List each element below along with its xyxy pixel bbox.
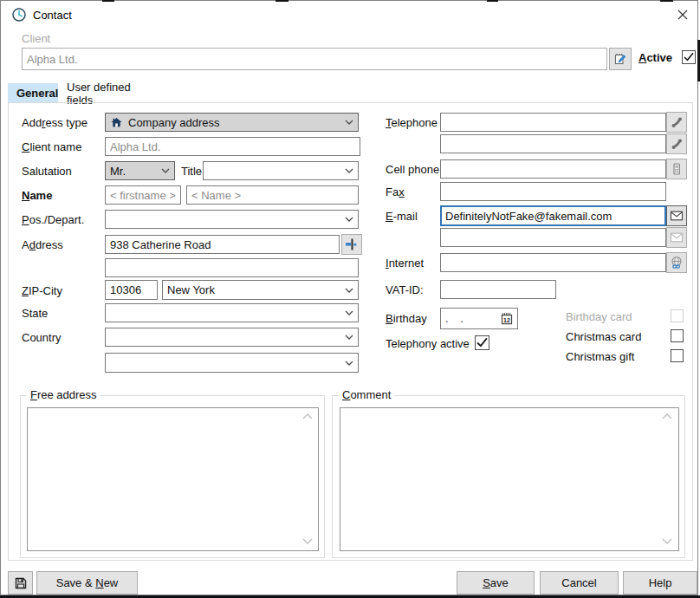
client-name-label: Client name: [22, 140, 81, 154]
telephone-input-1[interactable]: [440, 113, 666, 132]
save-button[interactable]: Save: [457, 571, 535, 595]
telephone-input-2[interactable]: [440, 134, 666, 153]
scroll-down-icon[interactable]: [302, 538, 313, 544]
free-address-group: Free address: [20, 395, 325, 558]
mobile-phone-icon: [670, 162, 684, 176]
christmas-card-label: Christmas card: [566, 330, 641, 344]
salutation-combo[interactable]: Mr.: [105, 161, 175, 180]
client-name-input[interactable]: [105, 137, 360, 156]
internet-input[interactable]: [440, 253, 666, 272]
country-label: Country: [22, 331, 62, 345]
home-icon: [110, 116, 123, 129]
chevron-down-icon: [345, 361, 353, 366]
background-window-fragment: [487, 0, 498, 2]
comment-textarea[interactable]: [340, 407, 679, 551]
chevron-down-icon: [345, 310, 353, 315]
chevron-down-icon: [345, 217, 353, 222]
route-icon: [345, 237, 359, 251]
birthday-label: Birthday: [386, 312, 427, 326]
client-edit-button[interactable]: [609, 48, 632, 70]
fax-label: Fax: [386, 185, 405, 199]
zip-input[interactable]: [105, 280, 158, 300]
dial-button-1[interactable]: [666, 112, 687, 133]
open-website-button[interactable]: [666, 252, 687, 273]
address-type-label: Address type: [22, 116, 88, 130]
name-label: Name: [22, 189, 52, 203]
phone-icon: [671, 116, 684, 129]
scroll-down-icon[interactable]: [662, 538, 672, 544]
chevron-down-icon: [345, 120, 353, 125]
contact-dialog-screen: Contact Client Activ: [0, 0, 700, 598]
christmas-card-checkbox[interactable]: [671, 329, 684, 342]
send-email-button[interactable]: [666, 205, 687, 226]
client-label: Client: [22, 32, 50, 46]
window-title: Contact: [33, 9, 72, 22]
title-label: Title: [181, 165, 202, 179]
vat-id-input[interactable]: [440, 280, 556, 299]
send-email-button-2[interactable]: [666, 227, 687, 248]
free-address-label: Free address: [27, 388, 100, 401]
city-combo[interactable]: New York: [162, 280, 359, 300]
email-label: E-mail: [386, 210, 418, 224]
help-button[interactable]: Help: [623, 571, 697, 595]
dial-button-2[interactable]: [666, 133, 687, 154]
chevron-down-icon: [345, 288, 353, 293]
telephony-active-checkbox[interactable]: [475, 335, 489, 350]
address-type-combo[interactable]: Company address: [105, 113, 359, 132]
notepad-pencil-icon: [613, 52, 627, 66]
state-label: State: [22, 307, 48, 321]
salutation-label: Salutation: [22, 165, 72, 179]
save-icon-button[interactable]: [8, 571, 33, 595]
email-input[interactable]: [440, 205, 666, 226]
birthday-input[interactable]: . . 12: [440, 308, 518, 329]
country-combo[interactable]: [105, 328, 359, 347]
save-and-new-button[interactable]: Save & New: [36, 571, 138, 595]
internet-label: Internet: [386, 257, 424, 270]
phone-icon: [671, 138, 684, 151]
cell-phone-label: Cell phone: [386, 163, 439, 177]
address-line1-input[interactable]: [105, 235, 340, 254]
comment-label: Comment: [339, 388, 394, 401]
christmas-gift-checkbox[interactable]: [671, 349, 684, 362]
scroll-up-icon[interactable]: [302, 413, 313, 419]
close-icon: [677, 10, 688, 20]
background-window-fragment: [102, 0, 114, 2]
free-address-textarea[interactable]: [27, 407, 319, 551]
cell-dial-button[interactable]: [666, 159, 687, 179]
background-window-fragment: [275, 0, 288, 2]
active-label: Active: [638, 51, 672, 65]
chevron-down-icon: [161, 168, 170, 173]
cell-phone-input[interactable]: [440, 159, 666, 179]
close-button[interactable]: [670, 3, 696, 26]
scroll-up-icon[interactable]: [662, 413, 672, 419]
cancel-button[interactable]: Cancel: [540, 571, 619, 595]
tab-user-defined-fields[interactable]: User defined fields: [58, 83, 167, 103]
mail-icon: [670, 209, 684, 223]
chevron-down-icon: [345, 335, 353, 340]
firstname-input[interactable]: [105, 185, 181, 205]
calendar-icon[interactable]: 12: [500, 312, 514, 326]
svg-text:12: 12: [503, 317, 510, 323]
globe-link-icon: [670, 256, 684, 270]
email-input-2[interactable]: [440, 228, 666, 247]
active-checkbox[interactable]: [682, 50, 696, 64]
zip-city-label: ZIP-City: [22, 284, 62, 298]
route-button[interactable]: [341, 234, 362, 255]
fax-input[interactable]: [440, 182, 666, 201]
telephony-active-label: Telephony active: [386, 337, 470, 351]
birthday-card-checkbox: [671, 309, 684, 322]
state-combo[interactable]: [105, 303, 359, 322]
christmas-gift-label: Christmas gift: [566, 350, 634, 364]
pos-depart-combo[interactable]: [105, 210, 359, 229]
address-line2-input[interactable]: [105, 258, 359, 277]
comment-group: Comment: [332, 395, 685, 558]
pos-depart-label: Pos./Depart.: [22, 213, 84, 227]
background-window-fragment: [660, 0, 673, 2]
mail-icon: [670, 231, 684, 244]
tab-general[interactable]: General: [8, 83, 58, 103]
client-input[interactable]: [22, 48, 607, 70]
lastname-input[interactable]: [186, 185, 359, 205]
birthday-card-label: Birthday card: [566, 310, 632, 324]
region-combo[interactable]: [105, 353, 359, 373]
title-combo[interactable]: [203, 161, 359, 180]
